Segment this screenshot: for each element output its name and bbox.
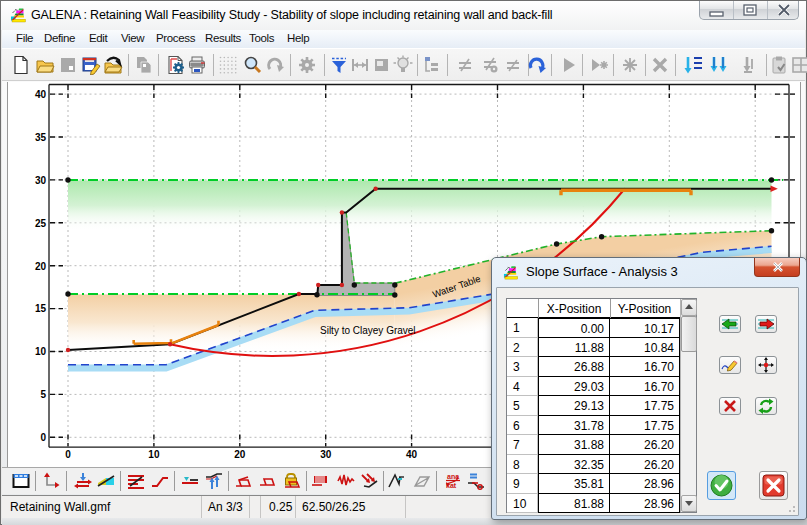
- svg-text:0: 0: [65, 449, 71, 460]
- svg-text:0: 0: [40, 432, 46, 443]
- svg-text:30: 30: [320, 449, 332, 460]
- svg-text:10: 10: [148, 449, 160, 460]
- svg-text:20: 20: [35, 261, 47, 272]
- svg-text:40: 40: [35, 89, 47, 100]
- svg-text:15: 15: [35, 303, 47, 314]
- svg-text:5: 5: [40, 389, 46, 400]
- svg-text:10: 10: [35, 346, 47, 357]
- svg-text:25: 25: [35, 218, 47, 229]
- svg-text:35: 35: [35, 132, 47, 143]
- svg-text:20: 20: [234, 449, 246, 460]
- svg-text:Silty to Clayey Gravel: Silty to Clayey Gravel: [320, 325, 416, 336]
- svg-text:30: 30: [35, 175, 47, 186]
- svg-text:40: 40: [406, 449, 418, 460]
